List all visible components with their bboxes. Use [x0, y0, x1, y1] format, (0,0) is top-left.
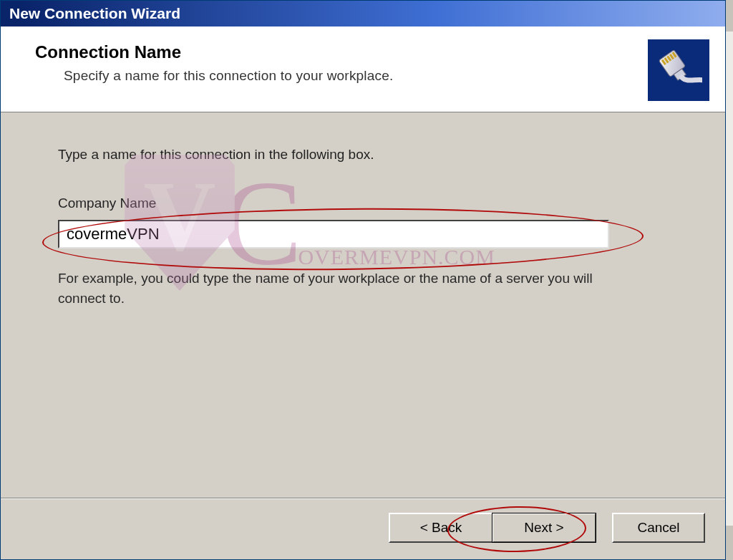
titlebar[interactable]: New Connection Wizard [1, 1, 725, 26]
wizard-header-panel: Connection Name Specify a name for this … [1, 26, 725, 112]
back-button[interactable]: < Back [389, 513, 493, 543]
next-button[interactable]: Next > [492, 513, 596, 543]
instruction-text: Type a name for this connection in the f… [58, 147, 668, 163]
page-subtitle: Specify a name for this connection to yo… [64, 68, 709, 84]
window-right-edge [726, 0, 733, 560]
example-help-text: For example, you could type the name of … [58, 269, 616, 308]
footer-separator [1, 498, 725, 499]
wizard-button-bar: < Back Next > Cancel [389, 513, 705, 543]
cancel-button[interactable]: Cancel [612, 513, 705, 543]
wizard-window: New Connection Wizard Connection Name Sp… [0, 0, 726, 560]
network-rj45-cable-icon [648, 39, 709, 101]
page-title: Connection Name [35, 42, 709, 62]
wizard-content: Type a name for this connection in the f… [1, 112, 725, 322]
company-name-label: Company Name [58, 195, 668, 211]
company-name-input[interactable] [58, 220, 609, 248]
window-title: New Connection Wizard [9, 1, 180, 26]
